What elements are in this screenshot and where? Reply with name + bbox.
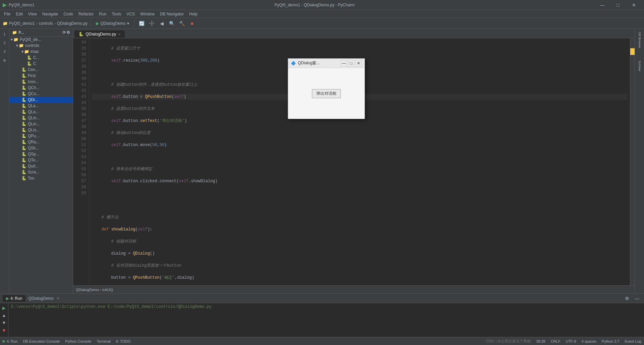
- event-log-link[interactable]: Event Log: [625, 339, 641, 343]
- tree-item-qdi[interactable]: 🐍 QDi...: [9, 97, 73, 103]
- code-line-53: button = QPushButton('确定',dialog): [92, 275, 627, 281]
- menu-vcs[interactable]: VCS: [124, 11, 138, 17]
- menu-code[interactable]: Code: [61, 11, 76, 17]
- folder-icon: 📁: [13, 37, 18, 42]
- sync-icon[interactable]: ⟳: [62, 30, 66, 35]
- run-panel: ▶ 4: Run QDialogDemo ✕ ⚙ — ▶ ▲ ▼ ■ E:\ve…: [0, 293, 644, 337]
- encoding: UTF-8: [566, 339, 576, 343]
- tree-item-first[interactable]: 🐍 First: [9, 73, 73, 79]
- stop-button[interactable]: ■: [188, 19, 197, 28]
- tree-item-qla2[interactable]: 🐍 QLa...: [9, 109, 73, 115]
- back-button[interactable]: ◀: [158, 19, 166, 28]
- run-command-line: E:\venvs\PyQt5_demo1\Scripts\python.exe …: [11, 304, 641, 309]
- tree-item-pyqt5demo[interactable]: ▾ 📁 PyQt5_de...: [9, 37, 73, 43]
- add-config-button[interactable]: ➕: [148, 19, 156, 28]
- project-sidebar-icon[interactable]: 1: [1, 30, 9, 38]
- scm-sidebar-icon[interactable]: SciView: [636, 58, 644, 74]
- db-browser-icon[interactable]: 3: [1, 48, 9, 56]
- status-bar-tab-todo[interactable]: 6: TODO: [116, 339, 131, 343]
- tree-item-imac[interactable]: ▾ 📁 imac: [9, 49, 73, 55]
- dialog-titlebar: 🔷 QDialog窗... — □ ✕: [288, 59, 365, 68]
- breadcrumb-bar: QDialogDemo › initUI(): [73, 285, 635, 293]
- database-sidebar-icon[interactable]: DB Browser: [636, 30, 644, 50]
- menu-window[interactable]: Window: [138, 11, 157, 17]
- run-up-button[interactable]: ▲: [1, 312, 7, 319]
- dialog-body: 弹出对话框: [288, 68, 365, 119]
- services-icon[interactable]: ⚙: [1, 56, 9, 64]
- folder-collapse-icon2: ▾: [16, 43, 18, 48]
- right-sidebar-icons: DB Browser SciView: [635, 29, 644, 293]
- run-restart-button[interactable]: ▶: [1, 304, 7, 311]
- menu-navigate[interactable]: Navigate: [40, 11, 61, 17]
- menu-file[interactable]: File: [1, 11, 13, 17]
- menu-refactor[interactable]: Refactor: [76, 11, 96, 17]
- tree-item-icon[interactable]: 🐍 Icon...: [9, 79, 73, 85]
- menu-view[interactable]: View: [25, 11, 40, 17]
- tree-item-qlin2[interactable]: 🐍 QLin...: [9, 121, 73, 127]
- tree-item-file1[interactable]: 🐍 C...: [9, 55, 73, 61]
- cursor-position: 38:39: [536, 339, 545, 343]
- tree-item-quit[interactable]: 🐍 Quit...: [9, 163, 73, 169]
- tree-item-too[interactable]: 🐍 Too: [9, 175, 73, 181]
- tree-item-qco[interactable]: 🐍 QCo...: [9, 91, 73, 97]
- tree-item-cen[interactable]: 🐍 Cen...: [9, 67, 73, 73]
- menu-help[interactable]: Help: [186, 11, 200, 17]
- tree-item-scre[interactable]: 🐍 Scre...: [9, 169, 73, 175]
- file-icon-scre: 🐍: [21, 170, 26, 175]
- close-button[interactable]: ✕: [626, 0, 641, 10]
- run-tab-run[interactable]: ▶ 4: Run: [3, 295, 25, 302]
- menu-run[interactable]: Run: [96, 11, 109, 17]
- code-editor[interactable]: 34 35 36 37 38 39 40 41 42 43 44 45 46 4…: [73, 38, 635, 285]
- run-settings-button[interactable]: ⚙: [623, 294, 631, 303]
- tree-item-file2[interactable]: 🐍 C: [9, 61, 73, 67]
- status-bar-left: ▶ 4: Run DB Execution Console Python Con…: [3, 339, 130, 343]
- status-bar-tab-terminal[interactable]: Terminal: [97, 339, 111, 343]
- editor-tab-bar: 🐍 QDialogDemo.py ✕: [73, 29, 635, 38]
- maximize-button[interactable]: □: [610, 0, 626, 10]
- tree-item-qra[interactable]: 🐍 QRa...: [9, 139, 73, 145]
- status-bar-tab-db[interactable]: DB Execution Console: [23, 339, 60, 343]
- popup-dialog-button[interactable]: 弹出对话框: [312, 89, 341, 98]
- structure-icon[interactable]: 2: [1, 39, 9, 47]
- editor-tab-active[interactable]: 🐍 QDialogDemo.py ✕: [74, 30, 125, 38]
- tree-item-qpu[interactable]: 🐍 QPu...: [9, 133, 73, 139]
- project-header-icon: 📁: [12, 30, 17, 35]
- dialog-close-button[interactable]: ✕: [355, 60, 362, 67]
- tree-item-qlis[interactable]: 🐍 QLis...: [9, 127, 73, 133]
- tree-item-qsli[interactable]: 🐍 QSli...: [9, 145, 73, 151]
- code-line-52: # 在对话框dialog里面放一个button: [92, 263, 627, 269]
- menu-edit[interactable]: Edit: [13, 11, 25, 17]
- project-panel-title: P...: [18, 30, 24, 35]
- run-config-btn[interactable]: ▶ QDialogDemo ▾: [93, 19, 131, 28]
- folder-icon2: 📁: [19, 43, 24, 48]
- dialog-maximize-button[interactable]: □: [348, 60, 355, 67]
- tree-item-qsp[interactable]: 🐍 QSp...: [9, 151, 73, 157]
- warning-indicator: [630, 48, 635, 55]
- file-icon-qra: 🐍: [21, 140, 26, 144]
- tree-item-qla1[interactable]: 🐍 QLa...: [9, 103, 73, 109]
- search-button[interactable]: 🔍: [168, 19, 176, 28]
- code-line-50: # 创建对话框: [92, 238, 627, 245]
- run-stop-button[interactable]: ■: [1, 327, 7, 333]
- refresh-button[interactable]: 🔄: [138, 19, 146, 28]
- build-button[interactable]: 🔨: [178, 19, 186, 28]
- status-bar-tab-python[interactable]: Python Console: [65, 339, 91, 343]
- minimize-button[interactable]: —: [595, 0, 610, 10]
- run-down-button[interactable]: ▼: [1, 319, 7, 326]
- gear-icon[interactable]: ⚙: [66, 30, 70, 35]
- tree-item-controls[interactable]: ▾ 📁 controls: [9, 43, 73, 49]
- tree-item-qlin1[interactable]: 🐍 QLin...: [9, 115, 73, 121]
- run-tab-close-icon[interactable]: ✕: [56, 296, 60, 301]
- folder-icon3: 📁: [24, 49, 29, 54]
- menu-tools[interactable]: Tools: [109, 11, 124, 17]
- menu-db-navigator[interactable]: DB Navigator: [157, 11, 186, 17]
- main-layout: 1 2 3 ⚙ 📁 P... ⟳ ⚙ ▾ 📁 PyQt5_de... ▾ 📁 c…: [0, 29, 644, 293]
- status-bar-tab-run[interactable]: 4: Run: [7, 339, 17, 343]
- tree-item-qch[interactable]: 🐍 QCh...: [9, 85, 73, 91]
- tree-item-qte[interactable]: 🐍 QTe...: [9, 157, 73, 163]
- run-close-button[interactable]: —: [633, 294, 641, 303]
- tab-close-icon[interactable]: ✕: [118, 32, 121, 36]
- file-icon-qch: 🐍: [21, 85, 26, 90]
- titlebar-project: PyQt5_demo1: [9, 3, 35, 7]
- dialog-minimize-button[interactable]: —: [340, 60, 347, 67]
